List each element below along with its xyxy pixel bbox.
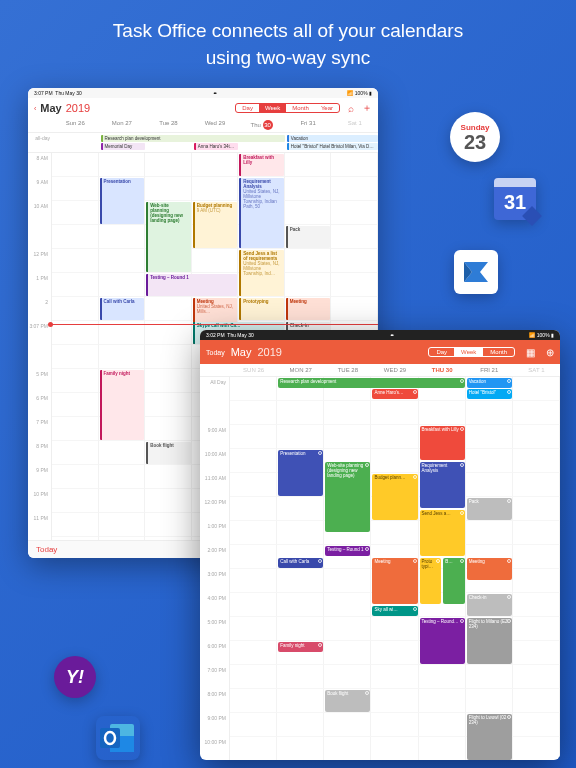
calendar-event[interactable]: Requirement AnalysisUnited States, NJ, M… (239, 178, 284, 248)
calendar-event[interactable]: Pack (467, 498, 512, 520)
calendar-event[interactable]: Call with Carla (100, 298, 145, 320)
seg-week[interactable]: Week (259, 104, 286, 112)
calendar-event[interactable]: Presentation (278, 450, 323, 496)
calendar-event[interactable]: Pack (286, 226, 331, 248)
yahoo-icon: Y! (54, 656, 96, 698)
calendar-event[interactable]: Meeting (286, 298, 331, 320)
weekday-header: SUN 26MON 27TUE 28WED 29THU 30FRI 21SAT … (200, 364, 560, 377)
calendar-event[interactable]: Presentation (100, 178, 145, 224)
calendar-event[interactable]: Flight to Lwowl (02 234) (467, 714, 512, 760)
calendar-event[interactable]: Flight to Milano (EZ 234) (467, 618, 512, 664)
allday-event[interactable]: Vacation (467, 378, 512, 388)
calendar-event[interactable]: Proto typi… (420, 558, 442, 604)
view-segmented[interactable]: DayWeekMonth (428, 347, 515, 357)
add-icon[interactable]: ＋ (362, 101, 372, 115)
calendar-event[interactable]: Prototyping (239, 298, 284, 320)
view-segmented[interactable]: DayWeekMonthYear (235, 103, 340, 113)
calendar-header: Today May 2019 DayWeekMonth ▦ ⊕ (200, 340, 560, 364)
calendar-event[interactable]: Breakfast with Lilly (239, 154, 284, 176)
outlook-icon (96, 716, 140, 760)
allday-event[interactable]: Hotel "Bristol" Hotel Bristol Milan, Via… (287, 143, 378, 150)
add-icon[interactable]: ⊕ (546, 347, 554, 358)
calendar-event[interactable]: Book flight (325, 690, 370, 712)
calendar-event[interactable]: Budget plann… (372, 474, 417, 520)
status-bar: 3:02 PM Thu May 30 ••• 📶 100% ▮ (200, 330, 560, 340)
seg-day[interactable]: Day (429, 348, 454, 356)
calendar-event[interactable]: Web-site planning (designing new landing… (146, 202, 191, 272)
allday-event[interactable]: Hotel "Bristol" (467, 389, 512, 399)
status-bar: 3:07 PM Thu May 30 ••• 📶 100% ▮ (28, 88, 378, 98)
weekday-header: Sun 26Mon 27Tue 28Wed 29Thu 30Fri 31Sat … (28, 118, 378, 133)
calendar-event[interactable]: Send Jess a list of requirementsUnited S… (239, 250, 284, 296)
allday-event[interactable]: Vacation (287, 135, 378, 142)
tablet-orange: 3:02 PM Thu May 30 ••• 📶 100% ▮ Today Ma… (200, 330, 560, 760)
calendar-event[interactable]: Family night (278, 642, 323, 652)
calendar-event[interactable]: Budget planning9 AM (UTC) (193, 202, 238, 248)
seg-week[interactable]: Week (454, 348, 483, 356)
calendar-event[interactable]: Send Jess a… (420, 510, 465, 556)
calendar-event[interactable]: Testing – Round 1 (146, 274, 237, 296)
today-button[interactable]: Today (206, 349, 225, 356)
allday-row: all-dayResearch plan developmentVacation… (28, 133, 378, 153)
calendar-event[interactable]: Web-site planning (designing new landing… (325, 462, 370, 532)
calendar-event[interactable]: Check-in (467, 594, 512, 616)
month-label: May (231, 346, 252, 358)
year-label: 2019 (257, 346, 281, 358)
hero-text: Task Office connects all of your calenda… (0, 0, 576, 83)
allday-event[interactable]: Memorial Day (101, 143, 146, 150)
calendar-event[interactable]: Meeting (467, 558, 512, 580)
allday-event[interactable]: Research plan development (278, 378, 465, 388)
hour-grid[interactable]: All Day9:00 AM10:00 AM11:00 AM12:00 PM1:… (200, 377, 560, 760)
seg-year[interactable]: Year (315, 104, 339, 112)
year-label: 2019 (66, 102, 90, 114)
google-calendar-icon: 31 (494, 178, 536, 220)
calendar-header: ‹ May 2019 DayWeekMonthYear ⌕ ＋ (28, 98, 378, 118)
seg-day[interactable]: Day (236, 104, 259, 112)
month-label: May (40, 102, 61, 114)
calendar-event[interactable]: Sky all wi… (372, 606, 417, 616)
calendar-event[interactable]: Book flight (146, 442, 191, 464)
seg-month[interactable]: Month (286, 104, 315, 112)
allday-event[interactable]: Anne Haro's… (372, 389, 417, 399)
calendar-event[interactable]: Breakfast with Lilly (420, 426, 465, 460)
allday-event[interactable]: Research plan development (101, 135, 285, 142)
seg-month[interactable]: Month (483, 348, 514, 356)
calendar-event[interactable]: Family night (100, 370, 145, 440)
today-button[interactable]: Today (36, 545, 57, 554)
calendar-event[interactable]: Testing – Round… (420, 618, 465, 664)
calendar-app-icon: Sunday23 (450, 112, 500, 162)
calendar-event[interactable]: Call with Carla (278, 558, 323, 568)
search-icon[interactable]: ⌕ (348, 103, 354, 114)
chevron-left-icon[interactable]: ‹ (34, 105, 36, 112)
grid-icon[interactable]: ▦ (526, 347, 535, 358)
calendar-event[interactable]: Requirement Analysis (420, 462, 465, 508)
now-indicator (52, 324, 378, 325)
exchange-icon (454, 250, 498, 294)
calendar-event[interactable]: Testing – Round 1 (325, 546, 370, 556)
allday-event[interactable]: Anna Haro's 34t… (194, 143, 239, 150)
calendar-event[interactable]: Meeting (372, 558, 417, 604)
calendar-event[interactable]: B… (443, 558, 465, 604)
